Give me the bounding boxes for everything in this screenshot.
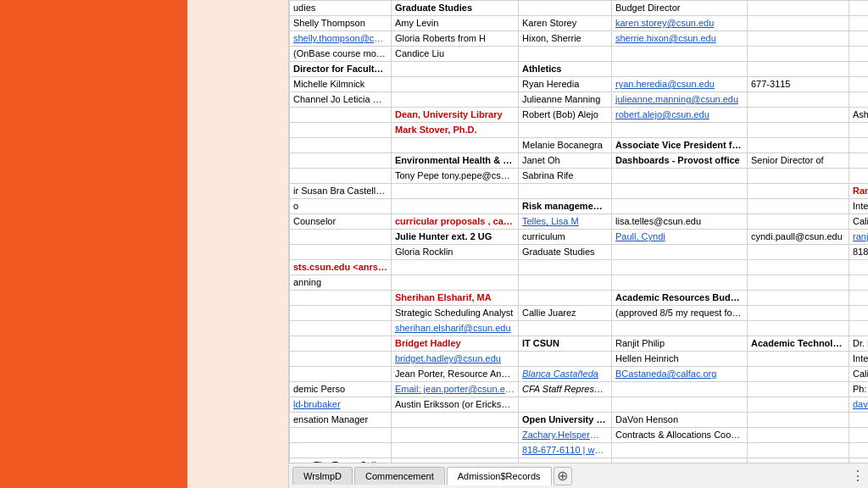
table-cell xyxy=(612,382,748,397)
table-cell xyxy=(290,123,392,138)
table-cell: Karen Storey xyxy=(519,16,612,31)
table-row: Bridget HadleyIT CSUNRanjit PhilipAcadem… xyxy=(290,336,869,352)
table-row: Melanie BocanegraAssociate Vice Presiden… xyxy=(290,138,869,153)
table-cell: Julieanne Manning xyxy=(519,92,612,108)
table-row: udiesGraduate StudiesBudget Director xyxy=(290,1,869,16)
table-cell: bridget.hadley@csun.edu xyxy=(392,352,519,367)
table-cell: Paull, Cyndi xyxy=(612,230,748,245)
sidebar xyxy=(0,0,288,488)
table-cell xyxy=(849,92,869,108)
table-cell xyxy=(748,275,849,291)
table-cell xyxy=(849,123,869,138)
table-cell: Dashboards - Provost office xyxy=(612,153,748,169)
table-cell xyxy=(612,321,748,336)
table-cell xyxy=(290,367,392,382)
table-cell: udies xyxy=(290,1,392,16)
table-cell: California xyxy=(849,367,869,382)
table-cell: Ph: (818) xyxy=(849,382,869,397)
table-cell: ranjit.ph xyxy=(849,230,869,245)
table-cell xyxy=(519,275,612,291)
table-cell xyxy=(849,169,869,184)
table-cell xyxy=(748,169,849,184)
table-cell: Interim A xyxy=(849,352,869,367)
table-cell xyxy=(392,138,519,153)
table-cell: Ranjit Philip xyxy=(612,336,748,352)
table-cell: curriculum xyxy=(519,230,612,245)
table-cell xyxy=(748,443,849,458)
table-row: sts.csun.edu <anrspecialists-l@csun.edu> xyxy=(290,260,869,275)
table-row: Counselorcurricular proposals , catalog … xyxy=(290,214,869,230)
table-cell xyxy=(849,138,869,153)
sheet-content[interactable]: udiesGraduate StudiesBudget DirectorShel… xyxy=(289,0,868,463)
spreadsheet-area: udiesGraduate StudiesBudget DirectorShel… xyxy=(288,0,868,488)
table-cell xyxy=(290,306,392,321)
table-row: (OnBase course mods)Candice Liu xyxy=(290,47,869,62)
table-cell xyxy=(290,169,392,184)
table-cell: o xyxy=(290,199,392,214)
table-cell: Dean, University Library xyxy=(392,108,519,123)
table-cell xyxy=(612,47,748,62)
tab-admission[interactable]: Admission$Records xyxy=(447,467,552,485)
table-cell: Julie Hunter ext. 2 UG xyxy=(392,230,519,245)
table-cell xyxy=(519,291,612,306)
table-cell: Senior Director of xyxy=(748,153,849,169)
table-cell xyxy=(519,47,612,62)
table-cell xyxy=(748,31,849,47)
table-cell xyxy=(392,92,519,108)
table-cell xyxy=(849,275,869,291)
sheet-nav-icon[interactable]: ⋮ xyxy=(851,468,865,484)
table-cell: Gloria Rocklin xyxy=(392,245,519,260)
table-cell xyxy=(748,413,849,428)
table-cell xyxy=(290,138,392,153)
add-tab-button[interactable]: ⊕ xyxy=(554,467,572,485)
table-cell xyxy=(519,321,612,336)
table-row: Julie Hunter ext. 2 UGcurriculumPaull, C… xyxy=(290,230,869,245)
table-cell xyxy=(849,413,869,428)
table-cell: Bridget Hadley xyxy=(392,336,519,352)
table-cell: (OnBase course mods) xyxy=(290,47,392,62)
table-row: Michelle KilmnickRyan Herediaryan.heredi… xyxy=(290,77,869,92)
table-cell: Academic Resources Budget xyxy=(612,291,748,306)
table-cell: Ashley S xyxy=(849,108,869,123)
table-cell xyxy=(290,428,392,443)
table-cell xyxy=(392,275,519,291)
table-cell xyxy=(748,352,849,367)
table-cell: Robert (Bob) Alejo xyxy=(519,108,612,123)
table-cell: CFA Staff Representative CSLB & CSUN xyxy=(519,382,612,397)
table-cell: shelly.thompson@csun.edu xyxy=(290,31,392,47)
table-cell xyxy=(612,123,748,138)
table-cell xyxy=(748,428,849,443)
table-cell xyxy=(748,291,849,306)
table-row: ensation ManagerOpen University Registra… xyxy=(290,413,869,428)
table-cell xyxy=(849,306,869,321)
table-cell: Ryan Heredia xyxy=(519,77,612,92)
table-cell xyxy=(849,16,869,31)
table-cell: Dr. Helen xyxy=(849,336,869,352)
tab-wrslmp[interactable]: WrslmpD xyxy=(292,467,353,485)
table-cell: 818 677 7 xyxy=(849,245,869,260)
table-cell: anning xyxy=(290,275,392,291)
table-cell xyxy=(519,123,612,138)
table-cell xyxy=(748,62,849,77)
table-cell xyxy=(290,230,392,245)
table-cell xyxy=(290,443,392,458)
table-cell: IT CSUN xyxy=(519,336,612,352)
table-cell: Telles, Lisa M xyxy=(519,214,612,230)
table-row: Environmental Health & Safety (EHS)Janet… xyxy=(290,153,869,169)
tab-commencement[interactable]: Commencement xyxy=(354,467,445,485)
table-cell xyxy=(290,245,392,260)
table-cell: Environmental Health & Safety (EHS) xyxy=(392,153,519,169)
table-cell: Graduate Studies xyxy=(519,245,612,260)
table-cell: DaVon Henson xyxy=(612,413,748,428)
tab-bar: WrslmpD Commencement Admission$Records ⊕… xyxy=(289,463,868,488)
table-cell: Candice Liu xyxy=(392,47,519,62)
table-cell: Michelle Kilmnick xyxy=(290,77,392,92)
table-cell xyxy=(748,16,849,31)
table-cell: Director for Faculty Affairs xyxy=(290,62,392,77)
table-cell: Mark Stover, Ph.D. xyxy=(392,123,519,138)
table-cell: Graduate Studies xyxy=(392,1,519,16)
table-cell: julieanne.manning@csun.edu xyxy=(612,92,748,108)
table-cell: BCastaneda@calfac.org xyxy=(612,367,748,382)
table-cell xyxy=(849,428,869,443)
table-cell: Sabrina Rife xyxy=(519,169,612,184)
